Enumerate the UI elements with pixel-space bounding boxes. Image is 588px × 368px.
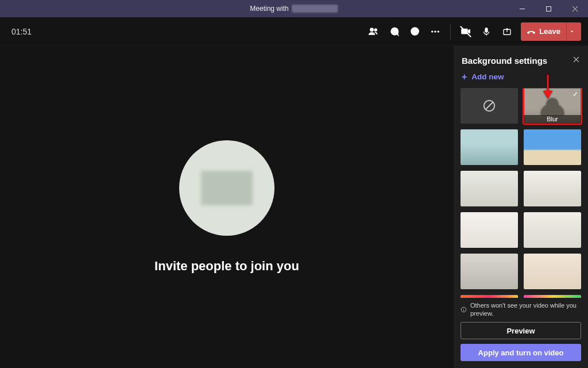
svg-rect-1 xyxy=(546,6,551,11)
svg-line-19 xyxy=(486,102,493,110)
window-titlebar: Meeting with xyxy=(0,0,588,17)
meeting-stage: Invite people to join you xyxy=(0,46,454,368)
self-avatar xyxy=(179,140,274,236)
svg-point-6 xyxy=(411,28,418,35)
info-icon xyxy=(461,306,467,313)
mic-toggle-button[interactable] xyxy=(476,21,497,42)
svg-point-11 xyxy=(438,30,439,32)
preview-button[interactable]: Preview xyxy=(461,322,581,339)
share-button[interactable] xyxy=(497,21,517,42)
leave-label: Leave xyxy=(539,27,560,36)
background-tile-image[interactable] xyxy=(524,212,581,248)
preview-button-label: Preview xyxy=(506,327,535,335)
reactions-button[interactable] xyxy=(404,21,425,42)
toolbar-separator xyxy=(450,24,451,40)
chat-button[interactable] xyxy=(384,21,404,42)
redacted-name xyxy=(292,5,338,13)
avatar-placeholder xyxy=(201,171,253,205)
background-tile-blur[interactable]: ✓ Blur xyxy=(524,88,581,124)
invite-text: Invite people to join you xyxy=(154,259,299,274)
hangup-icon xyxy=(527,27,536,36)
window-maximize-button[interactable] xyxy=(535,0,562,17)
background-tile-image[interactable] xyxy=(461,171,518,206)
check-icon: ✓ xyxy=(572,90,578,98)
svg-point-5 xyxy=(374,29,377,31)
svg-point-22 xyxy=(463,308,464,308)
background-grid: ✓ Blur xyxy=(454,88,588,298)
svg-point-9 xyxy=(432,30,434,32)
leave-button[interactable]: Leave xyxy=(521,22,581,41)
camera-toggle-button[interactable] xyxy=(455,21,476,42)
background-settings-panel: Background settings + Add new ✓ Blur xyxy=(454,46,588,368)
svg-rect-12 xyxy=(485,28,488,32)
background-tile-image[interactable] xyxy=(461,212,518,248)
apply-button[interactable]: Apply and turn on video xyxy=(461,344,581,361)
background-tile-image[interactable] xyxy=(524,295,581,298)
background-tile-image[interactable] xyxy=(524,171,581,206)
svg-point-7 xyxy=(413,30,413,30)
panel-close-button[interactable] xyxy=(572,55,580,66)
background-tile-image[interactable] xyxy=(461,295,518,298)
window-title: Meeting with xyxy=(250,5,338,13)
window-close-button[interactable] xyxy=(562,0,588,17)
window-title-prefix: Meeting with xyxy=(250,5,288,13)
leave-dropdown[interactable] xyxy=(566,22,577,41)
preview-notice: Others won't see your video while you pr… xyxy=(461,301,581,317)
meeting-toolbar: 01:51 Leave xyxy=(0,17,588,46)
background-tile-image[interactable] xyxy=(524,129,581,165)
add-new-label: Add new xyxy=(471,72,504,81)
meeting-timer: 01:51 xyxy=(11,27,32,36)
background-tile-image[interactable] xyxy=(461,129,518,165)
plus-icon: + xyxy=(462,73,467,81)
background-tile-image[interactable] xyxy=(461,254,518,289)
background-tile-image[interactable] xyxy=(524,254,581,289)
more-actions-button[interactable] xyxy=(425,21,446,42)
none-icon xyxy=(482,98,497,113)
panel-title: Background settings xyxy=(462,56,547,66)
notice-text: Others won't see your video while you pr… xyxy=(470,301,581,317)
add-new-background-button[interactable]: + Add new xyxy=(454,69,588,88)
window-minimize-button[interactable] xyxy=(509,0,535,17)
svg-point-8 xyxy=(416,30,416,30)
background-tile-none[interactable] xyxy=(461,88,518,124)
participants-button[interactable] xyxy=(363,21,384,42)
apply-button-label: Apply and turn on video xyxy=(478,348,564,357)
svg-point-4 xyxy=(370,28,373,31)
blur-label: Blur xyxy=(524,115,581,124)
svg-point-10 xyxy=(435,30,436,32)
